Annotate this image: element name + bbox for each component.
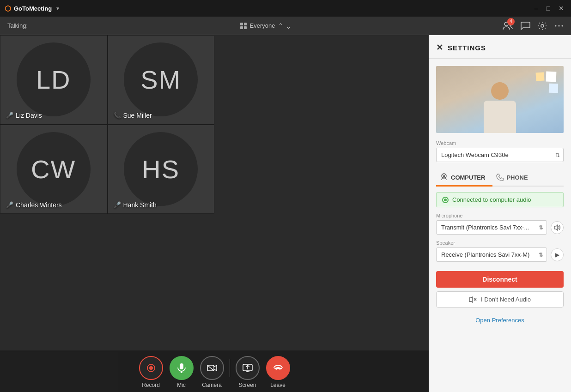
person-body [484, 101, 516, 133]
participants-button[interactable]: 4 [503, 22, 513, 30]
speaker-row: Speaker Receive (Plantronics Savi 7xx-M)… [429, 238, 571, 265]
audience-label: Everyone [250, 22, 275, 29]
leave-circle [266, 356, 290, 380]
svg-rect-2 [240, 26, 243, 29]
settings-header: ✕ SETTINGS [429, 35, 571, 59]
settings-close-button[interactable]: ✕ [436, 42, 443, 53]
camera-label: Camera [202, 382, 222, 388]
speaker-play-button[interactable]: ▶ [551, 248, 564, 261]
webcam-bg [436, 66, 564, 133]
settings-title: SETTINGS [448, 44, 486, 52]
mic-circle [170, 356, 194, 380]
person-figure [481, 82, 518, 133]
phone-icon-sm: 📞 [114, 112, 121, 119]
leave-label: Leave [270, 382, 286, 388]
avatar-ld: LD [17, 42, 91, 116]
speaker-control: Receive (Plantronics Savi 7xx-M) Default… [436, 247, 564, 262]
mic-muted-icon-hs: 🎤 [114, 201, 121, 208]
bottom-toolbar: Record Mic [0, 350, 429, 392]
computer-icon [440, 173, 448, 181]
svg-rect-10 [180, 363, 183, 369]
screen-button[interactable]: Screen [235, 356, 261, 388]
more-icon [554, 22, 564, 30]
microphone-label: Microphone [436, 213, 564, 218]
screen-label: Screen [238, 382, 256, 388]
connected-banner: Connected to computer audio [436, 192, 564, 207]
record-circle [139, 356, 163, 380]
chat-button[interactable] [520, 21, 530, 30]
mic-label: Mic [177, 382, 186, 388]
participant-name-ld: Liz Davis [16, 112, 42, 119]
audio-tabs: COMPUTER PHONE [436, 169, 564, 187]
connected-dot-icon [442, 197, 449, 203]
volume-icon [554, 224, 560, 231]
svg-point-9 [562, 25, 563, 26]
participants-badge: 4 [507, 18, 515, 25]
audience-selector[interactable]: Everyone ⌃ ⌄ [240, 21, 291, 30]
mic-button[interactable]: Mic [169, 356, 194, 388]
tab-computer[interactable]: COMPUTER [436, 169, 492, 187]
mute-icon [469, 296, 477, 303]
video-cell-hs: HS 🎤 Hank Smith [108, 125, 215, 214]
sticky-note-3 [549, 84, 558, 93]
close-button[interactable]: ✕ [556, 4, 566, 13]
svg-point-20 [443, 175, 445, 177]
talking-label: Talking: [7, 22, 28, 29]
sticky-note-1 [546, 72, 557, 82]
svg-line-14 [207, 365, 214, 371]
record-button[interactable]: Record [138, 356, 164, 388]
phone-tab-label: PHONE [506, 174, 528, 181]
microphone-select[interactable]: Transmit (Plantronics Savi 7xx-... Defau… [436, 220, 547, 235]
svg-point-6 [541, 24, 544, 27]
webcam-select[interactable]: Logitech Webcam C930e Built-in Camera No… [436, 148, 564, 162]
microphone-row: Microphone Transmit (Plantronics Savi 7x… [429, 211, 571, 238]
maximize-button[interactable]: □ [544, 4, 553, 13]
record-label: Record [142, 382, 160, 388]
speaker-label: Speaker [436, 240, 564, 246]
title-bar: ⬡ GoToMeeting ▼ ‒ □ ✕ [0, 0, 571, 17]
avatar-hs: HS [124, 132, 198, 206]
screen-icon [243, 364, 253, 372]
avatar-cw: CW [17, 132, 91, 206]
video-cell-cw: CW 🎤 Charles Winters [0, 125, 107, 214]
tab-phone[interactable]: PHONE [492, 169, 535, 187]
microphone-select-wrapper: Transmit (Plantronics Savi 7xx-... Defau… [436, 220, 547, 235]
leave-button[interactable]: Leave [265, 356, 291, 388]
mic-active-icon-ld: 🎤 [6, 112, 13, 119]
camera-circle [200, 356, 224, 380]
svg-rect-3 [244, 26, 247, 29]
phone-end-icon [273, 364, 283, 372]
participant-label-ld: 🎤 Liz Davis [6, 112, 42, 119]
main-content: LD 🎤 Liz Davis SM 📞 Sue Miller CW 🎤 [0, 35, 571, 392]
no-audio-label: I Don't Need Audio [481, 296, 531, 303]
microphone-control: Transmit (Plantronics Savi 7xx-... Defau… [436, 220, 564, 235]
camera-button[interactable]: Camera [199, 356, 225, 388]
participant-label-cw: 🎤 Charles Winters [6, 201, 62, 209]
connected-message: Connected to computer audio [452, 196, 531, 203]
webcam-select-wrapper: Logitech Webcam C930e Built-in Camera No… [436, 148, 564, 162]
gear-icon [538, 21, 547, 30]
webcam-preview [436, 66, 564, 133]
minimize-button[interactable]: ‒ [532, 4, 541, 13]
webcam-label: Webcam [436, 140, 564, 146]
participant-label-hs: 🎤 Hank Smith [114, 201, 157, 209]
participant-name-hs: Hank Smith [123, 201, 157, 209]
logo-icon: ⬡ [5, 4, 11, 13]
settings-button[interactable] [538, 21, 547, 30]
audience-chevron-down-icon: ⌄ [286, 23, 291, 30]
toolbar-divider [230, 359, 230, 377]
title-bar-right: ‒ □ ✕ [532, 4, 566, 13]
dropdown-arrow-icon[interactable]: ▼ [55, 6, 60, 11]
mic-volume-button[interactable] [551, 221, 564, 234]
svg-marker-21 [554, 225, 558, 230]
no-audio-button[interactable]: I Don't Need Audio [436, 291, 564, 308]
speaker-select[interactable]: Receive (Plantronics Savi 7xx-M) Default… [436, 247, 547, 262]
grid-icon [240, 22, 247, 30]
svg-rect-0 [240, 23, 243, 25]
more-button[interactable] [554, 22, 564, 30]
open-preferences-link[interactable]: Open Preferences [429, 313, 571, 331]
svg-rect-1 [244, 23, 247, 25]
phone-icon [496, 174, 504, 181]
audience-chevron-icon: ⌃ [278, 22, 283, 29]
disconnect-button[interactable]: Disconnect [436, 271, 564, 288]
